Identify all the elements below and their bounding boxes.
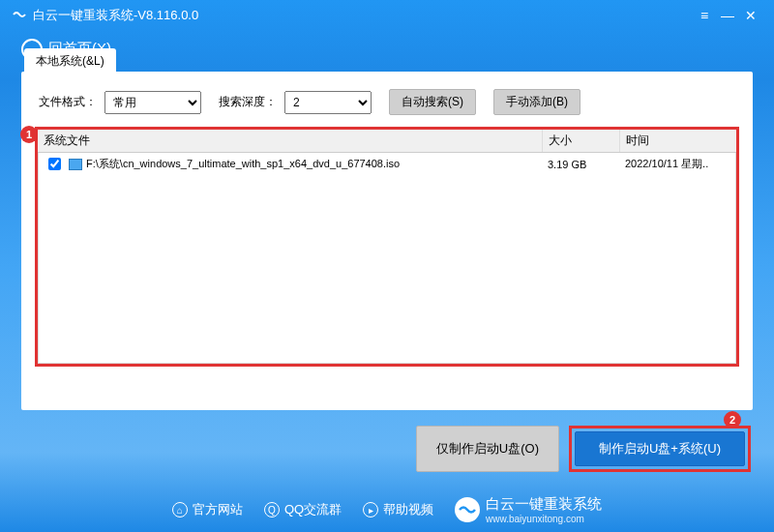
file-format-select[interactable]: 常用	[104, 91, 201, 114]
main-panel: 本地系统(&L) 文件格式： 常用 搜索深度： 2 自动搜索(S) 手动添加(B…	[21, 72, 753, 410]
table-header: 系统文件 大小 时间	[38, 130, 736, 153]
menu-button[interactable]: ≡	[693, 8, 716, 23]
file-table: 1 系统文件 大小 时间 F:\系统\cn_windows_7_ultimate…	[35, 127, 739, 367]
disk-icon	[69, 159, 82, 170]
brand-url: www.baiyunxitong.com	[486, 514, 602, 524]
col-header-size[interactable]: 大小	[543, 130, 620, 152]
file-time: 2022/10/11 星期..	[619, 155, 735, 173]
close-button[interactable]: ✕	[739, 8, 762, 23]
footer-brand: 白云一键重装系统 www.baiyunxitong.com	[455, 495, 602, 524]
qq-group-link[interactable]: Q QQ交流群	[264, 501, 342, 518]
col-header-file[interactable]: 系统文件	[38, 130, 543, 152]
table-body: F:\系统\cn_windows_7_ultimate_with_sp1_x64…	[38, 153, 736, 364]
qq-icon: Q	[264, 502, 280, 517]
file-format-label: 文件格式：	[39, 94, 97, 110]
minimize-button[interactable]: —	[716, 8, 739, 23]
search-depth-label: 搜索深度：	[219, 94, 277, 110]
footer: ⌂ 官方网站 Q QQ交流群 ▸ 帮助视频 白云一键重装系统 www.baiyu…	[0, 495, 774, 524]
make-usb-system-button[interactable]: 制作启动U盘+系统(U)	[575, 431, 745, 466]
titlebar: 白云一键重装系统-V8.116.0.0 ≡ — ✕	[0, 0, 774, 31]
step-badge-2: 2	[724, 411, 741, 429]
col-header-time[interactable]: 时间	[620, 130, 736, 152]
make-usb-only-button[interactable]: 仅制作启动U盘(O)	[416, 426, 559, 472]
controls-row: 文件格式： 常用 搜索深度： 2 自动搜索(S) 手动添加(B)	[21, 72, 753, 127]
back-nav[interactable]: ← 回首页(X)	[0, 31, 774, 72]
window-title: 白云一键重装系统-V8.116.0.0	[33, 7, 693, 24]
action-row: 仅制作启动U盘(O) 2 制作启动U盘+系统(U)	[0, 410, 774, 472]
table-row[interactable]: F:\系统\cn_windows_7_ultimate_with_sp1_x64…	[39, 153, 735, 175]
play-icon: ▸	[363, 502, 378, 517]
step-badge-1: 1	[20, 126, 38, 143]
primary-action-highlight: 2 制作启动U盘+系统(U)	[569, 426, 751, 472]
brand-logo-icon	[455, 497, 480, 522]
manual-add-button[interactable]: 手动添加(B)	[493, 89, 580, 115]
search-depth-select[interactable]: 2	[284, 91, 372, 114]
home-icon: ⌂	[172, 502, 188, 517]
help-video-link[interactable]: ▸ 帮助视频	[363, 501, 433, 518]
row-checkbox[interactable]	[48, 158, 61, 170]
tab-local-system[interactable]: 本地系统(&L)	[24, 48, 116, 74]
app-logo-icon	[12, 7, 27, 25]
file-path: F:\系统\cn_windows_7_ultimate_with_sp1_x64…	[86, 157, 400, 171]
official-site-link[interactable]: ⌂ 官方网站	[172, 501, 243, 518]
file-size: 3.19 GB	[542, 157, 619, 172]
auto-search-button[interactable]: 自动搜索(S)	[389, 89, 476, 115]
